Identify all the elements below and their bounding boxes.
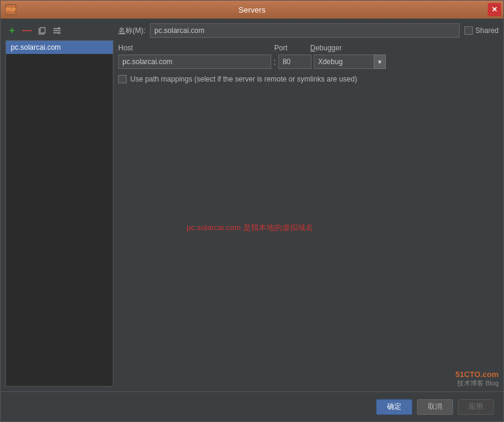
copy-server-button[interactable] bbox=[35, 24, 49, 37]
remove-server-button[interactable]: — bbox=[20, 24, 34, 37]
svg-marker-5 bbox=[57, 27, 61, 29]
name-label-underline: 名 bbox=[118, 26, 125, 35]
left-panel: + — bbox=[5, 23, 113, 387]
svg-rect-1 bbox=[40, 28, 45, 33]
shared-label: Shared bbox=[475, 26, 499, 35]
apply-button[interactable]: 应用 bbox=[458, 399, 494, 415]
main-content: + — bbox=[1, 19, 503, 391]
name-input[interactable] bbox=[150, 23, 460, 38]
annotation-text: pc.solarcai.com 是我本地的虚拟域名 bbox=[187, 222, 313, 233]
host-port-row: Host Port Debugger : Xdebug bbox=[118, 44, 499, 69]
shared-checkbox-label[interactable]: Shared bbox=[464, 26, 499, 35]
add-server-button[interactable]: + bbox=[5, 24, 19, 37]
colon-separator: : bbox=[274, 57, 276, 67]
host-input[interactable] bbox=[118, 55, 271, 69]
svg-rect-3 bbox=[53, 31, 61, 32]
debugger-select-wrapper: Xdebug Zend Debugger ▼ bbox=[314, 55, 386, 69]
port-label: Port bbox=[274, 44, 310, 52]
debugger-select[interactable]: Xdebug Zend Debugger bbox=[314, 55, 386, 69]
shared-checkbox[interactable] bbox=[464, 26, 473, 35]
bottom-bar: 确定 取消 应用 bbox=[1, 391, 503, 421]
servers-dialog: PhP Servers ✕ + — bbox=[0, 0, 504, 422]
sort-server-button[interactable] bbox=[50, 24, 64, 37]
right-panel: 名称(M): Shared Host Port Debugger bbox=[118, 23, 499, 387]
title-bar: PhP Servers ✕ bbox=[1, 1, 503, 19]
path-mapping-row: Use path mappings (select if the server … bbox=[118, 75, 499, 83]
app-icon: PhP bbox=[5, 4, 16, 15]
sort-icon bbox=[53, 26, 61, 35]
debugger-label: Debugger bbox=[310, 44, 342, 52]
server-list-item[interactable]: pc.solarcai.com bbox=[6, 41, 113, 54]
server-list: pc.solarcai.com bbox=[5, 40, 113, 387]
copy-icon bbox=[38, 26, 46, 35]
host-port-inputs: : Xdebug Zend Debugger ▼ bbox=[118, 55, 499, 69]
host-label: Host bbox=[118, 44, 274, 52]
name-row: 名称(M): Shared bbox=[118, 23, 499, 38]
name-label: 名称(M): bbox=[118, 26, 145, 36]
path-mapping-checkbox[interactable] bbox=[118, 75, 127, 83]
port-input[interactable] bbox=[278, 55, 311, 69]
name-label-text: 称(M): bbox=[125, 26, 145, 35]
window-title: Servers bbox=[239, 5, 266, 14]
debugger-label-underline: D bbox=[310, 44, 316, 52]
toolbar: + — bbox=[5, 23, 113, 38]
debugger-label-text: ebugger bbox=[316, 44, 342, 52]
host-port-header: Host Port Debugger bbox=[118, 44, 499, 52]
close-button[interactable]: ✕ bbox=[488, 3, 501, 16]
path-mapping-label: Use path mappings (select if the server … bbox=[130, 75, 357, 83]
server-area: + — bbox=[1, 19, 503, 391]
cancel-button[interactable]: 取消 bbox=[417, 399, 453, 415]
ok-button[interactable]: 确定 bbox=[376, 399, 412, 415]
